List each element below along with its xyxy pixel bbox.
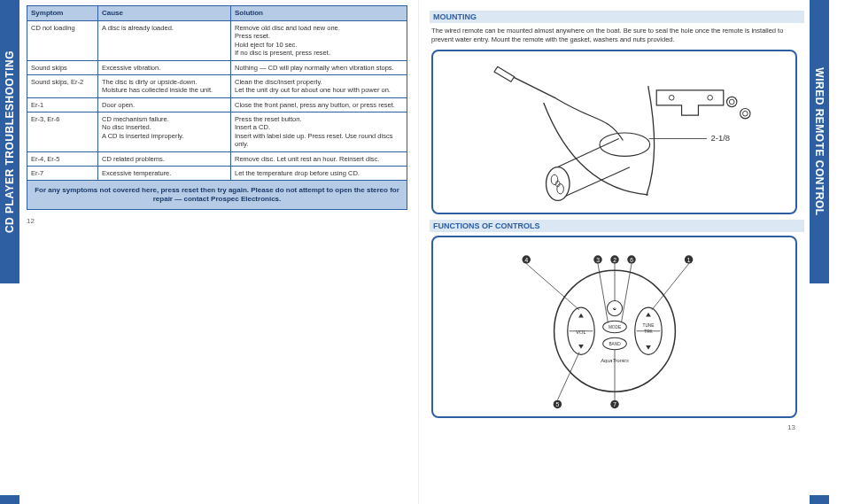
controls-diagram: VOL TUNE TRK ⏻ MODE BAND AquaTronics <box>431 236 797 418</box>
troubleshooting-table: Symptom Cause Solution CD not loadingA d… <box>27 5 407 210</box>
table-row: Sound skips, Er-2The disc is dirty or up… <box>27 74 407 97</box>
table-footer-note: For any symptoms not covered here, press… <box>27 181 407 210</box>
svg-text:TRK: TRK <box>644 329 653 333</box>
table-row: Er-7Excessive temperature.Let the temper… <box>27 166 407 180</box>
svg-point-6 <box>742 111 748 116</box>
svg-line-45 <box>651 263 688 309</box>
svg-text:AquaTronics: AquaTronics <box>600 357 629 362</box>
table-cell-cause: CD mechanism failure. No disc inserted. … <box>98 112 231 152</box>
table-header-cause: Cause <box>98 6 231 21</box>
table-cell-solution: Remove old disc and load new one. Press … <box>231 21 407 61</box>
svg-line-41 <box>526 263 579 309</box>
left-page: Symptom Cause Solution CD not loadingA d… <box>19 0 418 504</box>
svg-point-3 <box>726 97 736 106</box>
table-cell-solution: Close the front panel, press any button,… <box>231 97 407 112</box>
right-page: MOUNTING The wired remote can be mounted… <box>418 0 810 504</box>
right-spine-title: WIRED REMOTE CONTROL <box>810 0 829 283</box>
table-cell-symptom: Er-1 <box>27 97 98 112</box>
svg-text:1: 1 <box>686 256 690 262</box>
svg-text:⏻: ⏻ <box>613 306 616 311</box>
table-cell-symptom: Er-7 <box>27 166 98 180</box>
svg-text:2: 2 <box>613 256 616 262</box>
table-cell-cause: CD related problems. <box>98 151 231 166</box>
left-spine-title: CD PLAYER TROUBLESHOOTING <box>0 0 19 283</box>
left-spine: CD PLAYER TROUBLESHOOTING <box>0 0 19 504</box>
table-row: Sound skipsExcessive vibration.Nothing —… <box>27 60 407 74</box>
svg-text:BAND: BAND <box>609 341 621 345</box>
table-cell-solution: Press the reset button. Insert a CD. Ins… <box>231 112 407 152</box>
table-row: Er-1Door open.Close the front panel, pre… <box>27 97 407 112</box>
svg-text:MODE: MODE <box>608 324 620 329</box>
table-cell-symptom: Er-4, Er-5 <box>27 151 98 166</box>
table-row: CD not loadingA disc is already loaded.R… <box>27 21 407 61</box>
table-cell-solution: Remove disc. Let unit rest an hour. Rein… <box>231 151 407 166</box>
table-row: Er-4, Er-5CD related problems.Remove dis… <box>27 151 407 166</box>
table-cell-cause: Door open. <box>98 97 231 112</box>
table-cell-solution: Clean the disc/insert properly. Let the … <box>231 74 407 97</box>
dimension-label: 2-1/8 <box>710 133 730 143</box>
table-cell-cause: The disc is dirty or upside-down. Moistu… <box>98 74 231 97</box>
table-row: Er-3, Er-6CD mechanism failure. No disc … <box>27 112 407 152</box>
table-cell-solution: Let the temperature drop before using CD… <box>231 166 407 180</box>
svg-text:VOL: VOL <box>576 329 585 334</box>
svg-text:7: 7 <box>613 401 616 407</box>
svg-text:TUNE: TUNE <box>642 323 654 328</box>
svg-point-4 <box>729 99 734 105</box>
table-header-solution: Solution <box>231 6 407 21</box>
table-cell-solution: Nothing — CD will play normally when vib… <box>231 60 407 74</box>
table-cell-symptom: Sound skips, Er-2 <box>27 74 98 97</box>
table-cell-cause: Excessive temperature. <box>98 166 231 180</box>
section-title-functions: FUNCTIONS OF CONTROLS <box>430 220 804 232</box>
svg-text:3: 3 <box>596 256 600 262</box>
table-cell-symptom: Er-3, Er-6 <box>27 112 98 152</box>
mounting-diagram: 2-1/8 <box>431 50 797 214</box>
svg-text:4: 4 <box>524 256 528 262</box>
svg-text:6: 6 <box>630 256 633 262</box>
table-cell-symptom: CD not loading <box>27 21 98 61</box>
table-cell-cause: A disc is already loaded. <box>98 21 231 61</box>
svg-text:5: 5 <box>555 401 559 407</box>
section-body-mounting: The wired remote can be mounted almost a… <box>430 27 804 44</box>
table-header-symptom: Symptom <box>27 6 98 21</box>
section-title-mounting: MOUNTING <box>430 11 804 23</box>
right-page-number: 13 <box>430 423 804 431</box>
svg-point-5 <box>740 108 749 118</box>
table-cell-cause: Excessive vibration. <box>98 60 231 74</box>
svg-point-7 <box>546 167 569 200</box>
left-page-number: 12 <box>27 217 407 225</box>
right-spine: WIRED REMOTE CONTROL <box>810 0 829 504</box>
table-cell-symptom: Sound skips <box>27 60 98 74</box>
